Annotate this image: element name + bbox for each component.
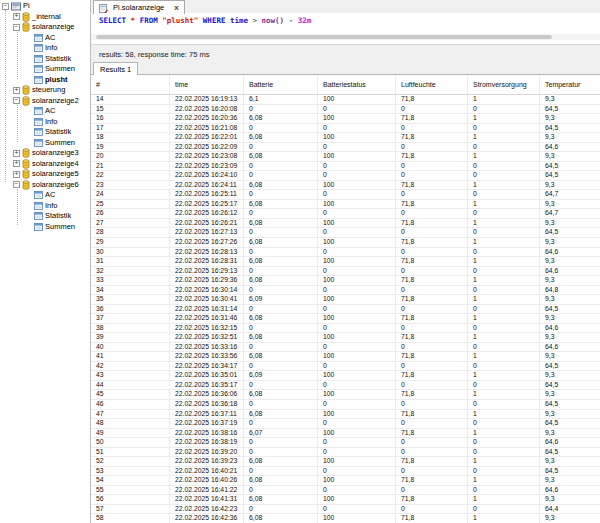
tree-item-plusht[interactable]: plusht <box>0 75 90 86</box>
query-editor[interactable]: SELECT * FROM "plusht" WHERE time > now(… <box>91 13 600 45</box>
table-row[interactable]: 2922.02.2025 16:27:266,0810071,819,3 <box>91 238 600 248</box>
tree-item-solaranzeige4[interactable]: +solaranzeige4 <box>0 159 90 170</box>
tree-item-steuerung[interactable]: +steuerung <box>0 85 90 96</box>
table-row[interactable]: 4722.02.2025 16:37:116,0810071,819,3 <box>91 410 600 420</box>
expand-icon[interactable]: + <box>13 87 20 94</box>
tree-item-label[interactable]: Info <box>45 117 58 128</box>
table-row[interactable]: 2122.02.2025 16:23:09000064,5 <box>91 162 600 172</box>
tree-item-label[interactable]: AC <box>45 190 55 201</box>
table-row[interactable]: 4622.02.2025 16:36:18000064,5 <box>91 400 600 410</box>
tree-item-label[interactable]: solaranzeige3 <box>32 148 79 159</box>
tree-item-label[interactable]: Statistik <box>45 127 71 138</box>
tab-results-1[interactable]: Results 1 <box>93 62 138 75</box>
column-header-index[interactable]: # <box>91 75 170 94</box>
tree-item-label[interactable]: solaranzeige2 <box>32 96 79 107</box>
tree-item-solaranzeige5[interactable]: +solaranzeige5 <box>0 169 90 180</box>
tree-item-ac[interactable]: AC <box>0 190 90 201</box>
query-tab[interactable]: Pi.solaranzeige x <box>93 0 185 14</box>
tree-item-label[interactable]: Pi <box>23 1 30 12</box>
tree-item-solaranzeige[interactable]: −solaranzeige <box>0 22 90 33</box>
table-row[interactable]: 2222.02.2025 16:24:10000064,5 <box>91 171 600 181</box>
tree-item-statistik[interactable]: Statistik <box>0 127 90 138</box>
collapse-icon[interactable]: − <box>13 97 20 104</box>
table-row[interactable]: 2622.02.2025 16:26:12000064,7 <box>91 209 600 219</box>
tree-item-label[interactable]: Summen <box>45 64 75 75</box>
expand-icon[interactable]: + <box>13 13 20 20</box>
tree-item-info[interactable]: Info <box>0 117 90 128</box>
table-row[interactable]: 5522.02.2025 16:41:22000064,6 <box>91 486 600 496</box>
table-row[interactable]: 5122.02.2025 16:39:20000064,5 <box>91 448 600 458</box>
tree-item-label[interactable]: solaranzeige <box>32 22 75 33</box>
table-row[interactable]: 3022.02.2025 16:28:13000064,6 <box>91 248 600 258</box>
table-row[interactable]: 1822.02.2025 16:22:016,0810071,819,3 <box>91 133 600 143</box>
table-row[interactable]: 1422.02.2025 16:19:136,110071,819,3 <box>91 95 600 105</box>
tree-item-label[interactable]: plusht <box>45 75 68 86</box>
tree-item--internal[interactable]: +_internal <box>0 12 90 23</box>
table-row[interactable]: 5622.02.2025 16:41:316,0810071,819,3 <box>91 495 600 505</box>
table-row[interactable]: 1922.02.2025 16:22:09000064,6 <box>91 143 600 153</box>
tree-item-summen[interactable]: Summen <box>0 222 90 233</box>
table-row[interactable]: 2522.02.2025 16:25:176,0810071,819,3 <box>91 200 600 210</box>
column-header-stromversorgung[interactable]: Stromversorgung <box>468 75 540 94</box>
tree-item-label[interactable]: solaranzeige5 <box>32 169 79 180</box>
column-header-batterie[interactable]: Batterie <box>244 75 318 94</box>
table-row[interactable]: 4922.02.2025 16:38:166,0710071,819,3 <box>91 429 600 439</box>
tree-item-label[interactable]: AC <box>45 33 55 44</box>
table-row[interactable]: 3322.02.2025 16:29:366,0810071,819,3 <box>91 276 600 286</box>
scrollbar-thumb[interactable] <box>96 35 552 39</box>
tree-item-label[interactable]: solaranzeige4 <box>32 159 79 170</box>
collapse-icon[interactable]: − <box>13 181 20 188</box>
table-row[interactable]: 4522.02.2025 16:36:066,0810071,819,3 <box>91 390 600 400</box>
tree-item-statistik[interactable]: Statistik <box>0 211 90 222</box>
tree-item-label[interactable]: Info <box>45 201 58 212</box>
table-row[interactable]: 4322.02.2025 16:35:016,0910071,819,3 <box>91 371 600 381</box>
table-row[interactable]: 4422.02.2025 16:35:17000064,5 <box>91 381 600 391</box>
table-row[interactable]: 5222.02.2025 16:39:236,0810071,819,3 <box>91 457 600 467</box>
expand-icon[interactable]: + <box>13 160 20 167</box>
tree-item-summen[interactable]: Summen <box>0 64 90 75</box>
table-row[interactable]: 3822.02.2025 16:32:15000064,6 <box>91 324 600 334</box>
column-header-time[interactable]: time <box>170 75 244 94</box>
tree-item-label[interactable]: AC <box>45 106 55 117</box>
table-row[interactable]: 2722.02.2025 16:26:216,0810071,819,3 <box>91 219 600 229</box>
table-row[interactable]: 3122.02.2025 16:28:316,0810071,819,3 <box>91 257 600 267</box>
table-row[interactable]: 4222.02.2025 16:34:17000064,5 <box>91 362 600 372</box>
table-row[interactable]: 2022.02.2025 16:23:086,0810071,819,3 <box>91 152 600 162</box>
table-row[interactable]: 1522.02.2025 16:20:08000064,5 <box>91 105 600 115</box>
table-row[interactable]: 5722.02.2025 16:42:23000064,4 <box>91 505 600 515</box>
tree-item-solaranzeige6[interactable]: −solaranzeige6 <box>0 180 90 191</box>
tree-item-label[interactable]: Statistik <box>45 211 71 222</box>
horizontal-scrollbar[interactable] <box>91 34 600 40</box>
table-row[interactable]: 4122.02.2025 16:33:566,0810071,819,3 <box>91 352 600 362</box>
table-row[interactable]: 3922.02.2025 16:32:516,0810071,819,3 <box>91 333 600 343</box>
tree-item-label[interactable]: Statistik <box>45 54 71 65</box>
tree-item-ac[interactable]: AC <box>0 33 90 44</box>
expand-icon[interactable]: + <box>13 171 20 178</box>
tree-item-label[interactable]: Summen <box>45 222 75 233</box>
tree-item-label[interactable]: Summen <box>45 138 75 149</box>
tree-item-label[interactable]: solaranzeige6 <box>32 180 79 191</box>
tree-item-info[interactable]: Info <box>0 43 90 54</box>
table-row[interactable]: 4022.02.2025 16:33:16000064,6 <box>91 343 600 353</box>
tree-item-info[interactable]: Info <box>0 201 90 212</box>
table-row[interactable]: 5422.02.2025 16:40:266,0810071,819,3 <box>91 476 600 486</box>
table-row[interactable]: 4822.02.2025 16:37:19000064,5 <box>91 419 600 429</box>
table-row[interactable]: 3422.02.2025 16:30:14000064,8 <box>91 286 600 296</box>
collapse-icon[interactable]: − <box>13 24 20 31</box>
table-row[interactable]: 5022.02.2025 16:38:19000064,6 <box>91 438 600 448</box>
table-row[interactable]: 3222.02.2025 16:29:13000064,6 <box>91 267 600 277</box>
column-header-temperatur[interactable]: Temperatur <box>540 75 600 94</box>
tree-item-summen[interactable]: Summen <box>0 138 90 149</box>
table-row[interactable]: 1722.02.2025 16:21:08000064,5 <box>91 124 600 134</box>
tree-item-label[interactable]: steuerung <box>32 85 65 96</box>
tree-item-label[interactable]: _internal <box>32 12 61 23</box>
column-header-luftfeuchte[interactable]: Luftfeuchte <box>396 75 468 94</box>
tree-item-ac[interactable]: AC <box>0 106 90 117</box>
table-row[interactable]: 2422.02.2025 16:25:11000064,7 <box>91 190 600 200</box>
tab-close-icon[interactable]: x <box>174 4 178 12</box>
column-header-batteriestatus[interactable]: Batteriestatus <box>318 75 396 94</box>
table-row[interactable]: 3722.02.2025 16:31:466,0810071,819,3 <box>91 314 600 324</box>
table-row[interactable]: 1622.02.2025 16:20:366,0810071,819,3 <box>91 114 600 124</box>
table-row[interactable]: 3622.02.2025 16:31:14000064,5 <box>91 305 600 315</box>
table-row[interactable]: 5322.02.2025 16:40:21000064,5 <box>91 467 600 477</box>
